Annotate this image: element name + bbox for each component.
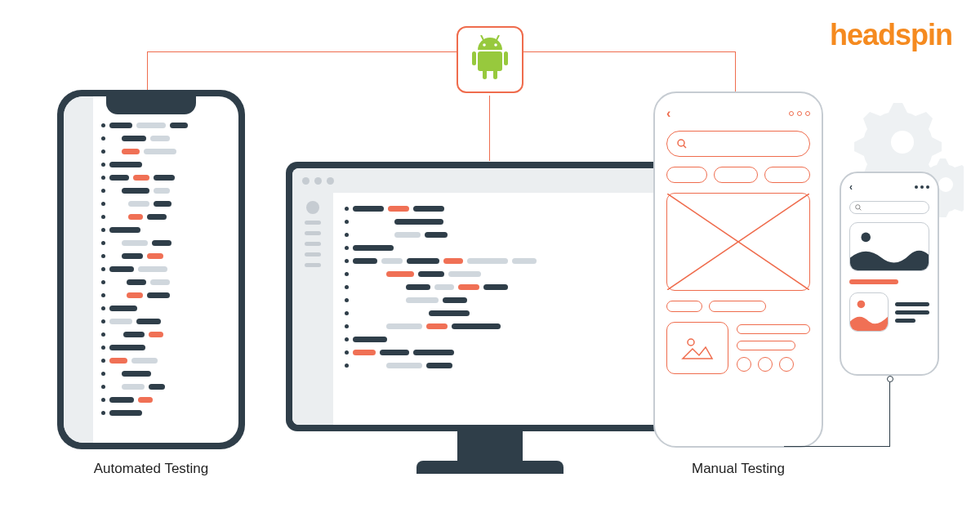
menu-dots-icon — [789, 111, 810, 116]
window-controls — [292, 168, 688, 193]
filter-pills — [666, 167, 810, 183]
svg-point-3 — [494, 43, 497, 47]
connector-line — [147, 51, 735, 52]
label-manual-testing: Manual Testing — [653, 461, 823, 477]
content-row — [849, 292, 929, 332]
svg-point-11 — [678, 140, 684, 146]
svg-point-15 — [688, 339, 694, 346]
image-card — [849, 222, 929, 271]
brand-logo: headspin — [830, 18, 952, 52]
svg-line-17 — [859, 208, 861, 210]
connector-line — [147, 51, 148, 92]
connector-line — [489, 96, 490, 161]
image-thumbnail — [849, 292, 889, 332]
tag-pills — [666, 301, 810, 312]
small-phone-header: ‹ — [849, 181, 929, 193]
code-block — [333, 193, 688, 425]
svg-point-19 — [858, 301, 866, 309]
monitor-base — [416, 461, 564, 474]
svg-point-1 — [938, 177, 953, 192]
phone-screen — [64, 96, 238, 443]
svg-line-5 — [497, 35, 499, 40]
svg-rect-6 — [478, 51, 502, 71]
phone-automated — [57, 90, 245, 449]
progress-bar — [849, 279, 898, 284]
svg-line-4 — [481, 35, 483, 40]
android-icon — [468, 35, 512, 84]
wireframe-phone: ‹ — [653, 91, 823, 448]
phone-notch — [106, 96, 196, 114]
android-icon-box — [457, 26, 523, 93]
code-block — [93, 96, 238, 443]
connector-line — [784, 446, 890, 447]
svg-point-16 — [856, 205, 860, 209]
monitor-sidebar — [292, 193, 333, 425]
search-field — [849, 201, 929, 214]
back-icon: ‹ — [849, 181, 853, 193]
search-field — [666, 131, 810, 157]
monitor-screen — [292, 168, 688, 425]
phone-sidebar — [64, 96, 93, 443]
image-placeholder-x — [666, 193, 810, 291]
svg-point-2 — [483, 43, 486, 47]
connector-node — [887, 376, 893, 382]
image-placeholder-icon — [666, 322, 728, 374]
menu-dots-icon — [915, 185, 929, 189]
svg-rect-7 — [472, 51, 476, 65]
label-automated-testing: Automated Testing — [57, 461, 245, 477]
svg-line-12 — [684, 145, 686, 148]
connector-line — [735, 51, 736, 92]
wireframe-header: ‹ — [666, 106, 810, 121]
connector-line — [889, 382, 890, 446]
back-icon: ‹ — [666, 106, 670, 121]
search-icon — [855, 204, 862, 211]
svg-rect-8 — [504, 51, 508, 65]
content-row — [666, 322, 810, 374]
action-circles — [737, 357, 810, 372]
svg-point-18 — [861, 233, 871, 243]
svg-rect-9 — [483, 69, 487, 79]
svg-rect-10 — [493, 69, 497, 79]
small-phone: ‹ — [840, 172, 939, 376]
search-icon — [677, 139, 687, 149]
monitor — [286, 162, 694, 431]
svg-point-0 — [891, 131, 914, 154]
